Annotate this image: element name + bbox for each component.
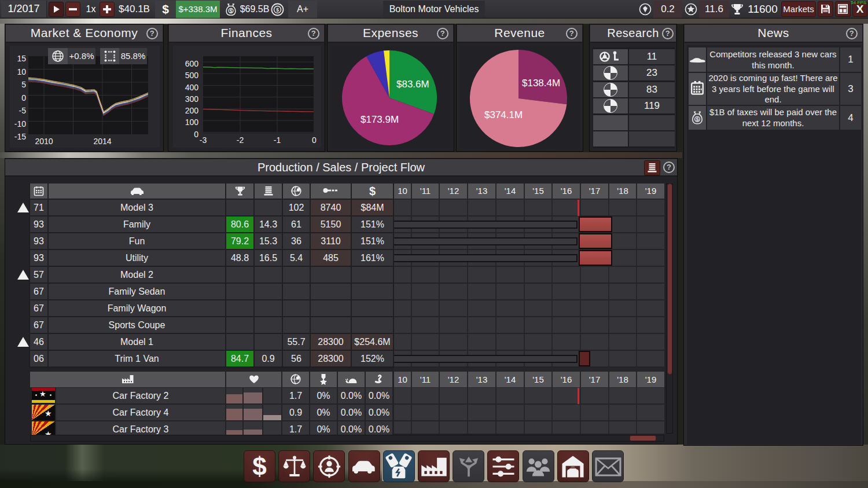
svg-text:$: $	[696, 116, 698, 122]
svg-text:$: $	[276, 7, 279, 13]
svg-text:$: $	[230, 8, 233, 14]
